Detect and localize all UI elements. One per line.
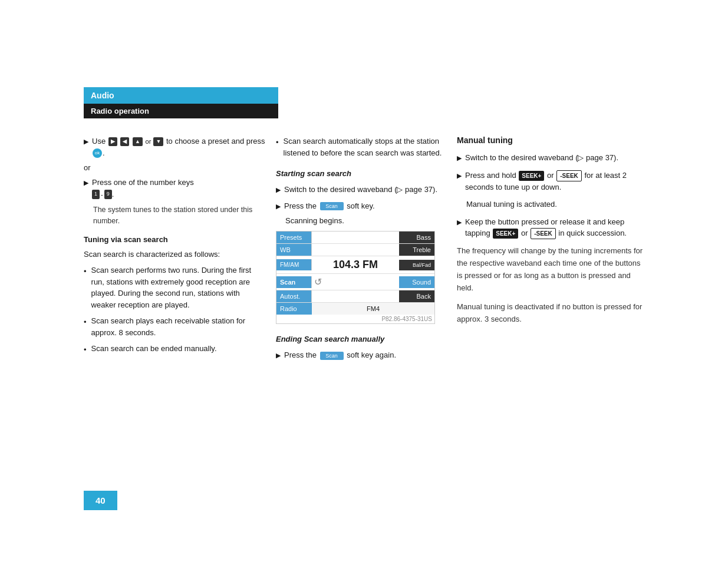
right-step1: ▶ Switch to the desired waveband (▷ page… <box>457 152 645 164</box>
starting-step1: ▶ Switch to the desired waveband (▷ page… <box>276 184 447 196</box>
frequency-display: 104.3 FM <box>312 256 399 273</box>
starting-step2: ▶ Press the Scan soft key. <box>276 200 447 212</box>
dot-icon-1: • <box>84 266 87 277</box>
left-column: ▶ Use ▶ ◀ ▲ or ▼ to choose a preset and … <box>84 135 266 361</box>
bullet1-text: Scan search performs two runs. During th… <box>91 265 266 310</box>
ending-step: ▶ Press the Scan soft key again. <box>276 349 447 361</box>
starting-step1-text: Switch to the desired waveband (▷ page 3… <box>284 184 437 196</box>
right-step2: ▶ Press and hold SEEK+ or -SEEK for at l… <box>457 170 645 193</box>
num-9: 9 <box>104 190 112 199</box>
arrow-icon-2: ▶ <box>84 178 88 188</box>
balfad-btn: Bal/Fad <box>399 260 434 270</box>
sound-btn: Sound <box>399 276 434 288</box>
header-section: Audio Radio operation <box>84 87 278 118</box>
radio-label: Radio <box>276 303 312 315</box>
dash: - <box>101 190 103 200</box>
auto-stop-text: Scan search automatically stops at the s… <box>284 135 447 158</box>
seek-plus-btn: SEEK+ <box>519 171 544 181</box>
num-1: 1 <box>92 190 100 199</box>
treble-btn: Treble <box>399 244 434 256</box>
page-number: 40 <box>84 491 117 510</box>
bullet2-text: Scan search plays each receivable statio… <box>91 315 266 338</box>
forward-btn-icon: ▶ <box>108 137 117 147</box>
down-btn-icon: ▼ <box>153 137 163 147</box>
fm4-label: FM4 <box>312 303 434 315</box>
radio-row-scan: Scan ↺ Sound <box>276 274 434 290</box>
radio-operation-label: Radio operation <box>91 107 149 115</box>
radio-row-1: Presets Bass <box>276 232 434 244</box>
scan-soft-key-icon: Scan <box>320 202 344 210</box>
dot-icon-2: • <box>84 316 87 328</box>
scan-bullet-3: • Scan search can be ended manually. <box>84 343 266 356</box>
manual-tuning-title: Manual tuning <box>457 135 645 145</box>
seek-minus-btn-2: -SEEK <box>531 228 556 239</box>
radio-row-2: WB Treble <box>276 244 434 256</box>
up-btn-icon: ▲ <box>133 137 143 147</box>
tuning-description: Scan search is characterized as follows: <box>84 249 266 260</box>
middle-column: • Scan search automatically stops at the… <box>276 135 447 366</box>
use-text: Use ▶ ◀ ▲ or ▼ to choose a preset and pr… <box>92 135 266 158</box>
scan-bullet-1: • Scan search performs two runs. During … <box>84 265 266 310</box>
radio-row-autost: Autost. Back <box>276 290 434 303</box>
arrow-icon: ▶ <box>84 137 88 147</box>
ending-step-text: Press the Scan soft key again. <box>284 349 396 361</box>
num-range: 1 - 9 <box>92 190 112 200</box>
arrow-icon-5: ▶ <box>276 351 281 361</box>
dot-icon-3: • <box>84 344 87 356</box>
use-buttons-item: ▶ Use ▶ ◀ ▲ or ▼ to choose a preset and … <box>84 135 266 158</box>
bullet3-text: Scan search can be ended manually. <box>91 343 217 355</box>
dot-icon-4: • <box>276 137 279 148</box>
autost-btn: Autost. <box>276 290 312 302</box>
scanning-begins: Scanning begins. <box>285 216 447 225</box>
or-word: or <box>146 138 153 145</box>
audio-label: Audio <box>91 91 114 100</box>
starting-scan-title: Starting scan search <box>276 169 447 178</box>
scan-row-spacer: ↺ <box>312 274 399 290</box>
auto-stop-bullet: • Scan search automatically stops at the… <box>276 135 447 158</box>
seek-plus-btn-2: SEEK+ <box>493 229 518 239</box>
number-keys-text: Press one of the number keys 1 - 9 . <box>92 177 194 200</box>
tuning-section-title: Tuning via scan search <box>84 235 266 244</box>
manual-activated-text: Manual tuning is activated. <box>466 199 645 210</box>
right-step3: ▶ Keep the button pressed or release it … <box>457 216 645 240</box>
right-step1-text: Switch to the desired waveband (▷ page 3… <box>465 152 618 164</box>
audio-bar: Audio <box>84 87 278 104</box>
presets-btn: Presets <box>276 232 312 243</box>
starting-step2-text: Press the Scan soft key. <box>284 200 375 212</box>
radio-bottom-row: Radio FM4 <box>276 303 434 315</box>
scan-bullet-2: • Scan search plays each receivable stat… <box>84 315 266 338</box>
scan-soft-key-icon-2: Scan <box>320 352 344 360</box>
image-credit: P82.86-4375-31US <box>276 315 434 323</box>
rewind-btn-icon: ◀ <box>120 137 129 147</box>
fmam-btn: FM/AM <box>276 259 312 270</box>
ending-scan-title: Ending Scan search manually <box>276 335 447 343</box>
number-keys-item: ▶ Press one of the number keys 1 - 9 . <box>84 177 266 200</box>
arrow-icon-3: ▶ <box>276 185 281 195</box>
rotate-icon: ↺ <box>314 277 322 287</box>
right-step3-text: Keep the button pressed or release it an… <box>465 216 645 240</box>
back-btn: Back <box>399 290 434 302</box>
ok-btn-icon: ok <box>93 148 102 158</box>
radio-row-freq: FM/AM 104.3 FM Bal/Fad <box>276 256 434 274</box>
frequency-change-text: The frequency will change by the tuning … <box>457 245 645 294</box>
arrow-icon-4: ▶ <box>276 201 281 211</box>
seek-minus-btn: -SEEK <box>556 170 582 181</box>
wb-btn: WB <box>276 244 312 256</box>
right-step2-text: Press and hold SEEK+ or -SEEK for at lea… <box>465 170 645 193</box>
arrow-icon-8: ▶ <box>457 217 462 227</box>
arrow-icon-7: ▶ <box>457 171 462 181</box>
bass-btn: Bass <box>399 232 434 243</box>
right-column: Manual tuning ▶ Switch to the desired wa… <box>457 135 645 326</box>
or-label: or <box>84 163 266 172</box>
system-tunes-text: The system tunes to the station stored u… <box>93 204 266 227</box>
deactivate-text: Manual tuning is deactivated if no butto… <box>457 301 645 326</box>
radio-display: Presets Bass WB Treble FM/AM 104.3 FM Ba… <box>276 231 435 324</box>
arrow-icon-6: ▶ <box>457 153 462 163</box>
radio-operation-bar: Radio operation <box>84 104 278 118</box>
scan-active-btn: Scan <box>276 276 312 288</box>
